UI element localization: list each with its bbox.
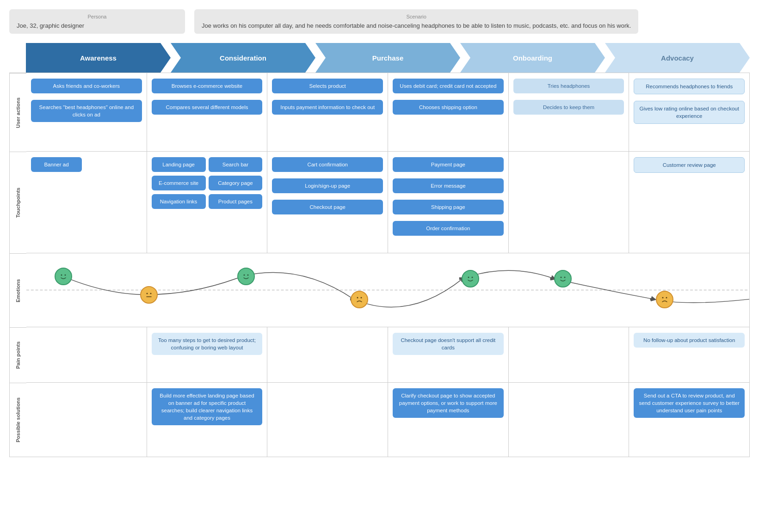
stage-consideration: Consideration	[171, 43, 315, 73]
pp-onboarding: Checkout page doesn't support all credit…	[388, 327, 509, 382]
pp-onboarding-text: Checkout page doesn't support all credit…	[393, 333, 504, 355]
sol-consideration: Build more effective landing page based …	[147, 383, 268, 457]
ua-onboarding-2: Chooses shipping option	[393, 100, 504, 115]
svg-point-9	[150, 293, 152, 294]
row-labels: User actions Touchpoints Emotions Pain p…	[10, 73, 26, 457]
svg-point-14	[361, 297, 362, 299]
svg-marker-5	[650, 298, 655, 300]
tp-checkout: Checkout page	[272, 200, 383, 214]
persona-content: Joe, 32, graphic designer	[17, 22, 178, 29]
sol-advocacy1	[509, 383, 629, 457]
sol-awareness	[26, 383, 147, 457]
sol-advocacy2: Send out a CTA to review product, and se…	[629, 383, 749, 457]
tp-banner-ad: Banner ad	[31, 157, 82, 172]
tp-nav-links: Navigation links	[152, 194, 206, 209]
ua-recommends: Recommends headphones to friends	[634, 79, 745, 94]
page: Persona Joe, 32, graphic designer Scenar…	[0, 0, 759, 532]
tp-payment-page: Payment page	[393, 157, 504, 172]
svg-point-16	[472, 277, 473, 278]
top-section: Persona Joe, 32, graphic designer Scenar…	[9, 9, 750, 34]
ua-tries: Tries headphones	[513, 79, 624, 93]
user-actions-row: Asks friends and co-workers Searches "be…	[26, 73, 749, 152]
tp-ecommerce: E-commerce site	[152, 176, 206, 190]
pp-purchase	[267, 327, 388, 382]
ua-advocacy-1: Tries headphones Decides to keep them	[509, 73, 629, 151]
ua-purchase-1: Selects product	[272, 79, 383, 93]
pp-consideration: Too many steps to get to desired product…	[147, 327, 268, 382]
label-solutions: Possible solutions	[10, 383, 26, 457]
emotions-canvas	[26, 253, 749, 327]
tp-onboarding: Payment page Error message Shipping page…	[388, 152, 509, 253]
scenario-content: Joe works on his computer all day, and h…	[202, 22, 631, 29]
emotions-svg	[26, 253, 749, 327]
stage-advocacy: Advocacy	[605, 43, 750, 73]
emotion-consideration	[140, 286, 158, 304]
ua-low-rating: Gives low rating online based on checkou…	[634, 101, 745, 124]
svg-point-20	[666, 297, 667, 299]
sol-onboarding-text: Clarify checkout page to show accepted p…	[393, 388, 504, 418]
ua-consideration-2: Compares several different models	[152, 100, 263, 115]
tp-consideration: Landing page Search bar E-commerce site …	[147, 152, 268, 253]
svg-point-19	[662, 297, 664, 299]
tp-product-pages: Product pages	[209, 194, 263, 209]
sol-purchase	[267, 383, 388, 457]
tp-category: Category page	[209, 176, 263, 190]
emotion-advocacy2	[656, 291, 673, 308]
emotions-row	[26, 253, 749, 327]
svg-point-11	[244, 275, 245, 276]
ua-purchase-2: Inputs payment information to check out	[272, 100, 383, 115]
content-area: Asks friends and co-workers Searches "be…	[26, 73, 749, 457]
pp-awareness	[26, 327, 147, 382]
main-grid: User actions Touchpoints Emotions Pain p…	[9, 73, 750, 457]
emotion-onboarding	[351, 291, 368, 308]
label-touchpoints: Touchpoints	[10, 152, 26, 253]
stage-awareness: Awareness	[26, 43, 171, 73]
svg-point-7	[65, 275, 66, 276]
svg-point-18	[564, 277, 566, 278]
persona-label: Persona	[17, 14, 178, 19]
stage-onboarding: Onboarding	[460, 43, 605, 73]
svg-point-12	[247, 275, 249, 276]
tp-advocacy-1	[509, 152, 629, 253]
ua-purchase: Selects product Inputs payment informati…	[267, 73, 388, 151]
label-user-actions: User actions	[10, 73, 26, 152]
solutions-row: Build more effective landing page based …	[26, 383, 749, 457]
ua-awareness: Asks friends and co-workers Searches "be…	[26, 73, 147, 151]
emotion-onboarding2	[462, 270, 479, 287]
tp-login-signup: Login/sign-up page	[272, 178, 383, 193]
sol-consideration-text: Build more effective landing page based …	[152, 388, 263, 425]
tp-shipping: Shipping page	[393, 200, 504, 214]
pp-advocacy2: No follow-up about product satisfaction	[629, 327, 749, 382]
ua-onboarding-1: Uses debit card; credit card not accepte…	[393, 79, 504, 93]
tp-landing-page: Landing page	[152, 157, 206, 172]
persona-card: Persona Joe, 32, graphic designer	[9, 9, 185, 34]
ua-advocacy-2: Recommends headphones to friends Gives l…	[629, 73, 749, 151]
ua-onboarding: Uses debit card; credit card not accepte…	[388, 73, 509, 151]
tp-error-msg: Error message	[393, 178, 504, 193]
tp-advocacy-2: Customer review page	[629, 152, 749, 253]
pp-consideration-text: Too many steps to get to desired product…	[152, 333, 263, 355]
pp-advocacy-text: No follow-up about product satisfaction	[634, 333, 745, 348]
tp-purchase: Cart confirmation Login/sign-up page Che…	[267, 152, 388, 253]
svg-point-8	[147, 293, 148, 294]
tp-order-confirm: Order confirmation	[393, 221, 504, 236]
tp-search-bar: Search bar	[209, 157, 263, 172]
svg-point-13	[357, 297, 358, 299]
svg-point-6	[61, 275, 62, 276]
scenario-label: Scenario	[202, 14, 631, 19]
sol-onboarding: Clarify checkout page to show accepted p…	[388, 383, 509, 457]
touchpoints-row: Banner ad Landing page Search bar E-comm…	[26, 152, 749, 253]
sol-advocacy-text: Send out a CTA to review product, and se…	[634, 388, 745, 418]
ua-consideration: Browses e-commerce website Compares seve…	[147, 73, 268, 151]
stage-purchase: Purchase	[315, 43, 460, 73]
svg-point-17	[561, 277, 562, 278]
ua-decides: Decides to keep them	[513, 100, 624, 115]
emotion-purchase	[237, 268, 255, 285]
tp-customer-review: Customer review page	[634, 157, 745, 173]
tp-cart-confirm: Cart confirmation	[272, 157, 383, 172]
ua-consideration-1: Browses e-commerce website	[152, 79, 263, 93]
pain-points-row: Too many steps to get to desired product…	[26, 327, 749, 383]
emotion-advocacy1	[554, 270, 572, 287]
label-pain-points: Pain points	[10, 327, 26, 383]
emotion-awareness	[55, 268, 72, 285]
